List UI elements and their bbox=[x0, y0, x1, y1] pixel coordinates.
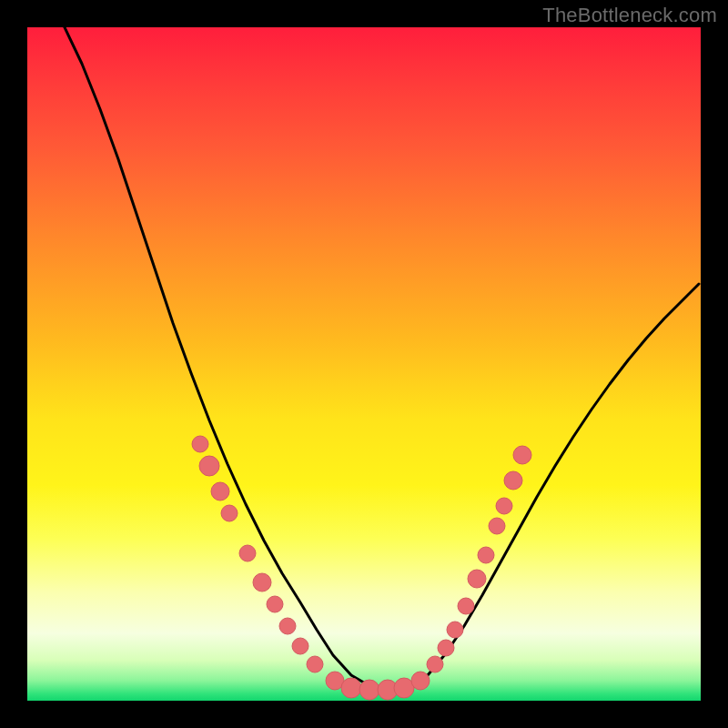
curve-marker bbox=[279, 618, 296, 634]
curve-marker bbox=[447, 622, 463, 638]
curve-marker bbox=[468, 570, 486, 588]
chart-svg bbox=[27, 27, 701, 701]
chart-frame bbox=[27, 27, 701, 701]
curve-marker bbox=[411, 672, 430, 690]
curve-marker bbox=[211, 482, 229, 500]
curve-marker bbox=[221, 505, 238, 521]
curve-marker bbox=[253, 573, 271, 592]
curve-marker bbox=[359, 680, 379, 700]
curve-markers bbox=[192, 436, 531, 700]
curve-marker bbox=[307, 656, 323, 672]
curve-marker bbox=[239, 545, 256, 561]
bottleneck-curve bbox=[64, 27, 699, 690]
curve-marker bbox=[504, 471, 522, 490]
watermark-text: TheBottleneck.com bbox=[542, 4, 717, 27]
curve-marker bbox=[513, 446, 531, 464]
curve-marker bbox=[341, 678, 361, 698]
curve-marker bbox=[438, 640, 454, 656]
curve-marker bbox=[478, 547, 494, 563]
curve-marker bbox=[427, 656, 443, 672]
curve-marker bbox=[489, 518, 505, 534]
curve-marker bbox=[458, 598, 474, 614]
curve-marker bbox=[199, 456, 219, 476]
curve-marker bbox=[292, 638, 308, 654]
curve-marker bbox=[192, 436, 208, 452]
curve-marker bbox=[267, 596, 283, 612]
curve-marker bbox=[496, 498, 512, 514]
